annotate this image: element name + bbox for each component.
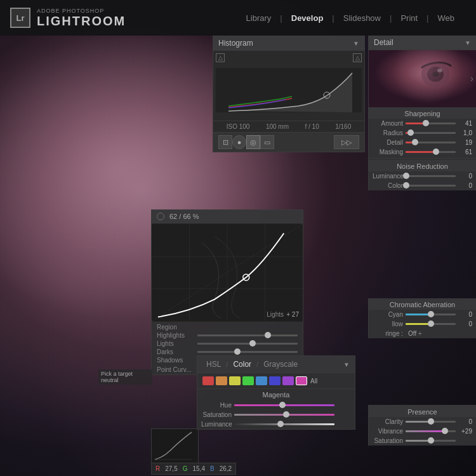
magenta-saturation-track[interactable] (234, 414, 334, 416)
swatch-magenta[interactable] (296, 376, 307, 385)
swatch-all[interactable]: All (310, 378, 317, 385)
region-lights: Lights (152, 340, 303, 348)
g-value: 15,4 (192, 465, 204, 472)
g-label: G (183, 465, 188, 472)
hist-corner-right[interactable]: △ (353, 53, 362, 62)
mini-histogram (151, 428, 199, 463)
nav-library[interactable]: Library (237, 8, 281, 28)
noise-luminance-row: Luminance 0 (369, 171, 476, 181)
r-value: 27,5 (165, 465, 177, 472)
swatch-green[interactable] (242, 376, 254, 385)
ca-fringe-value[interactable]: Off ÷ (408, 330, 421, 337)
nav-develop[interactable]: Develop (282, 8, 333, 28)
nav-items: Library | Develop | Slideshow | Print | … (237, 8, 476, 28)
region-lights-track[interactable] (197, 343, 298, 345)
magenta-luminance-track[interactable] (234, 423, 334, 425)
presence-vibrance-track[interactable] (406, 430, 456, 432)
svg-point-3 (421, 62, 449, 87)
svg-point-4 (427, 67, 444, 82)
curves-content[interactable]: Lights + 27 (152, 223, 303, 322)
sharpening-title: Sharpening (369, 107, 476, 119)
region-darks-track[interactable] (197, 351, 298, 353)
swatch-aqua[interactable] (256, 376, 267, 385)
ca-cyan-label: Cyan (373, 311, 403, 318)
app-title: ADOBE PHOTOSHOP LIGHTROOM (37, 8, 126, 28)
sharpening-radius-track[interactable] (406, 132, 456, 134)
noise-color-row: Color 0 (369, 181, 476, 190)
sharpening-amount-track[interactable] (406, 122, 456, 124)
app-subtitle: ADOBE PHOTOSHOP (37, 8, 126, 14)
hsl-tab-hsl[interactable]: HSL (202, 359, 225, 370)
curves-value: + 27 (286, 311, 299, 318)
histogram-panel: Histogram ▼ △ △ ISO 100 100 mm f / 10 1/… (213, 36, 365, 152)
presence-clarity-value: 0 (458, 418, 472, 425)
swatch-blue[interactable] (269, 376, 281, 385)
sharpening-detail-track[interactable] (406, 142, 456, 143)
curves-label: Lights (267, 311, 284, 318)
detail-panel: Detail ▼ › Sharpening Am (368, 36, 476, 190)
sharpening-radius-label: Radius (373, 129, 403, 136)
nav-print[interactable]: Print (392, 8, 426, 28)
tool-slider[interactable]: ▷▷ (334, 135, 359, 149)
detail-side-arrow[interactable]: › (470, 73, 473, 84)
hsl-tab-grayscale[interactable]: Grayscale (260, 359, 301, 370)
presence-clarity-label: Clarity (373, 418, 403, 425)
ca-yellow-track[interactable] (406, 323, 456, 325)
detail-arrow[interactable]: ▼ (465, 39, 471, 46)
detail-preview: › (369, 50, 476, 107)
sharpening-detail-value: 19 (458, 139, 472, 146)
histogram-title: Histogram (218, 39, 253, 48)
ca-cyan-value: 0 (458, 311, 472, 318)
region-highlights: Highlights (152, 331, 303, 340)
histogram-graph (216, 65, 362, 116)
presence-clarity-row: Clarity 0 (369, 417, 476, 426)
presence-saturation-track[interactable] (406, 440, 456, 442)
magenta-saturation-label: Saturation (201, 411, 232, 418)
region-highlights-label: Highlights (157, 332, 195, 339)
presence-clarity-track[interactable] (406, 421, 456, 423)
histogram-content: △ △ (213, 51, 364, 121)
chromatic-aberration-title: Chromatic Aberration (369, 298, 476, 310)
exif-aperture: f / 10 (305, 123, 319, 130)
curves-coords: 62 / 66 % (169, 213, 199, 220)
region-highlights-track[interactable] (197, 334, 298, 336)
r-label: R (155, 465, 160, 472)
nav-slideshow[interactable]: Slideshow (334, 8, 390, 28)
tool-crop[interactable]: ⊡ (218, 135, 232, 149)
swatch-orange[interactable] (216, 376, 227, 385)
magenta-hue-track[interactable] (234, 404, 334, 406)
hsl-tabs: HSL / Color / Grayscale ▼ (197, 356, 355, 373)
noise-color-track[interactable] (406, 185, 456, 187)
sharpening-masking-label: Masking (373, 149, 403, 155)
curves-enable-dot[interactable] (157, 213, 164, 220)
point-curve-label: Point Curv... (157, 366, 191, 373)
swatch-red[interactable] (202, 376, 214, 385)
hsl-dropdown-arrow[interactable]: ▼ (343, 361, 350, 368)
nav-web[interactable]: Web (429, 8, 464, 28)
tool-spot[interactable]: ● (232, 135, 246, 149)
hsl-tab-color[interactable]: Color (229, 359, 255, 370)
b-label: B (210, 465, 215, 472)
histogram-arrow[interactable]: ▼ (353, 40, 359, 47)
noise-luminance-track[interactable] (406, 175, 456, 177)
ca-fringe-row: ringe : Off ÷ (369, 329, 476, 338)
chromatic-aberration-panel: Chromatic Aberration Cyan 0 llow 0 ringe… (368, 298, 476, 338)
ca-cyan-track[interactable] (406, 314, 456, 315)
exif-shutter: 1/160 (335, 123, 351, 130)
ca-fringe-label: ringe : (373, 330, 403, 337)
tool-redeye[interactable]: ◎ (246, 135, 260, 149)
sharpening-radius-row: Radius 1,0 (369, 128, 476, 138)
tool-gradfilter[interactable]: ▭ (260, 135, 274, 149)
hsl-active-color: Magenta (197, 389, 355, 400)
sharpening-masking-row: Masking 61 (369, 147, 476, 157)
swatch-yellow[interactable] (229, 376, 241, 385)
curves-graph (152, 223, 303, 322)
swatch-purple[interactable] (282, 376, 294, 385)
sharpening-masking-track[interactable] (406, 151, 456, 153)
hist-corner-left[interactable]: △ (216, 53, 225, 62)
presence-vibrance-value: +29 (458, 428, 472, 435)
curves-header: 62 / 66 % (152, 210, 303, 223)
exif-focal: 100 mm (266, 123, 289, 130)
sharpening-detail-row: Detail 19 (369, 138, 476, 147)
presence-title: Presence (369, 406, 476, 417)
